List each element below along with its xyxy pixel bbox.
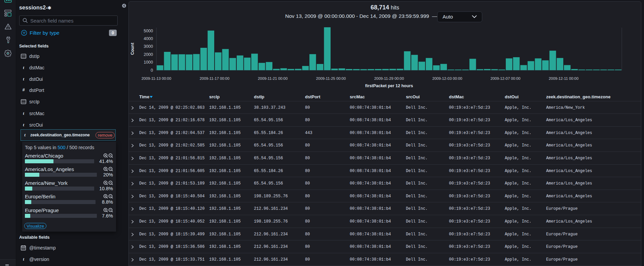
- svg-text:2009-11-25 00:00: 2009-11-25 00:00: [316, 76, 346, 80]
- svg-text:2009-12-07 00:00: 2009-12-07 00:00: [490, 76, 520, 80]
- svg-text:0: 0: [151, 68, 153, 73]
- svg-text:3000: 3000: [144, 44, 153, 49]
- svg-text:2009-11-29 00:00: 2009-11-29 00:00: [374, 76, 404, 80]
- svg-text:4000: 4000: [144, 36, 153, 41]
- svg-text:2009-11-17 00:00: 2009-11-17 00:00: [200, 76, 229, 80]
- svg-text:2009-11-13 00:00: 2009-11-13 00:00: [142, 76, 171, 80]
- svg-text:5000: 5000: [144, 29, 153, 33]
- svg-text:firstPacket per 12 hours: firstPacket per 12 hours: [365, 84, 413, 88]
- svg-text:2000: 2000: [144, 52, 153, 57]
- svg-text:1000: 1000: [144, 60, 153, 65]
- svg-text:2009-11-21 00:00: 2009-11-21 00:00: [258, 76, 288, 80]
- svg-text:Count: Count: [130, 42, 135, 55]
- svg-text:2009-12-11 00:00: 2009-12-11 00:00: [549, 76, 578, 80]
- svg-text:2009-12-03 00:00: 2009-12-03 00:00: [432, 76, 462, 80]
